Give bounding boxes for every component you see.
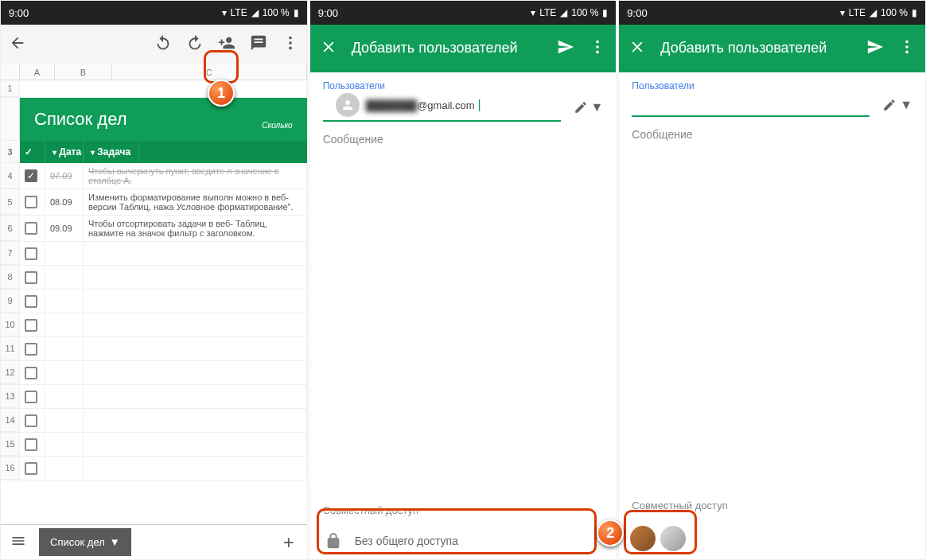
message-input[interactable]: Сообщение (619, 117, 925, 152)
more-icon[interactable] (589, 38, 606, 59)
chevron-down-icon: ▼ (900, 98, 912, 112)
status-bar: 9:00 ▾ LTE ◢ 100 % ▮ (310, 1, 617, 25)
more-icon[interactable] (898, 38, 916, 59)
users-input[interactable] (632, 93, 870, 117)
more-icon[interactable] (282, 34, 299, 55)
svg-point-7 (905, 45, 908, 49)
svg-point-1 (289, 41, 292, 45)
menu-icon[interactable] (1, 533, 36, 552)
checkbox-icon[interactable] (25, 222, 37, 235)
share-toolbar: Добавить пользователей (619, 25, 925, 72)
svg-point-4 (597, 45, 600, 49)
users-label: Пользователи (310, 72, 617, 93)
col-b[interactable]: B (55, 64, 112, 80)
column-headers: A B C (1, 64, 307, 80)
back-icon[interactable] (9, 34, 26, 55)
svg-point-0 (289, 37, 292, 40)
sheets-toolbar (1, 25, 307, 64)
svg-point-8 (905, 51, 908, 54)
share-title: Добавить пользователей (660, 40, 852, 57)
permission-dropdown[interactable]: ▼ (870, 98, 912, 117)
message-input[interactable]: Сообщение (310, 122, 617, 157)
highlight-avatars (624, 510, 697, 554)
send-icon[interactable] (866, 38, 884, 59)
close-icon[interactable] (628, 38, 646, 59)
users-label: Пользователи (619, 72, 925, 93)
header-check[interactable]: ✓ (20, 141, 45, 163)
chevron-down-icon: ▼ (591, 100, 604, 115)
table-row[interactable]: 4 ✓ 07.09 Чтобы вычеркнуть пункт, введит… (1, 163, 307, 189)
permission-dropdown[interactable]: ▼ (561, 100, 604, 115)
status-icons: ▾ LTE ◢ 100 % ▮ (222, 7, 299, 18)
row-num[interactable]: 1 (1, 80, 20, 97)
phone-1-sheets: 9:00 ▾ LTE ◢ 100 % ▮ 1 A B C 1 Список де… (0, 0, 308, 560)
share-title: Добавить пользователей (352, 40, 543, 57)
header-date[interactable]: ▾ Дата (45, 141, 84, 163)
phone-2-share-with-email: 9:00 ▾ LTE ◢ 100 % ▮ Добавить пользовате… (309, 0, 617, 560)
chevron-down-icon: ▼ (110, 536, 120, 548)
add-sheet-button[interactable]: + (270, 531, 307, 554)
svg-point-5 (597, 51, 600, 54)
users-input[interactable]: ███████@gmail.com | (323, 93, 561, 122)
header-task[interactable]: ▾ Задача (84, 141, 139, 163)
phone-3-share-empty: 9:00 ▾ LTE ◢ 100 % ▮ Добавить пользовате… (618, 0, 926, 560)
checkbox-icon[interactable] (25, 196, 37, 208)
svg-point-3 (597, 41, 600, 44)
sheet-title-cell[interactable]: Список делСколько (20, 98, 307, 141)
person-icon (336, 93, 360, 117)
close-icon[interactable] (320, 38, 337, 59)
undo-icon[interactable] (154, 34, 172, 55)
sheet-body: 1 Список делСколько 3 ✓ ▾ Дата ▾ Задача … (1, 80, 307, 524)
highlight-no-access (317, 508, 597, 554)
status-bar: 9:00 ▾ LTE ◢ 100 % ▮ (619, 1, 925, 25)
send-icon[interactable] (557, 38, 574, 59)
status-time: 9:00 (9, 7, 29, 19)
step-marker-1: 1 (208, 80, 235, 107)
comment-icon[interactable] (250, 34, 267, 55)
svg-point-6 (905, 41, 908, 44)
col-a[interactable]: A (20, 64, 55, 80)
sheet-tab[interactable]: Список дел▼ (39, 528, 131, 556)
table-row[interactable]: 5 08.09 Изменить форматирование выполн м… (1, 189, 307, 216)
table-header-row: 3 ✓ ▾ Дата ▾ Задача (1, 141, 307, 163)
redo-icon[interactable] (186, 34, 204, 55)
bottom-bar: Список дел▼ + (1, 524, 307, 559)
status-bar: 9:00 ▾ LTE ◢ 100 % ▮ (1, 1, 307, 25)
table-row[interactable]: 6 09.09 Чтобы отсортировать задачи в веб… (1, 216, 307, 242)
share-toolbar: Добавить пользователей (310, 25, 617, 72)
checkbox-icon[interactable]: ✓ (25, 169, 37, 182)
svg-point-2 (289, 47, 292, 50)
highlight-marker-1 (204, 50, 239, 84)
